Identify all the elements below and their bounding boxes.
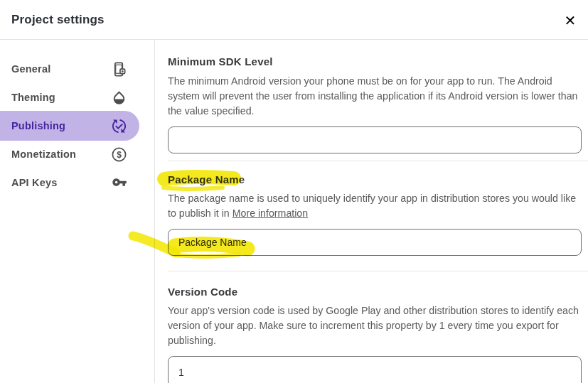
dialog-title: Project settings xyxy=(11,13,105,27)
droplet-icon xyxy=(111,90,127,106)
sidebar-item-api-keys[interactable]: API Keys xyxy=(0,168,139,197)
minimum-sdk-description: The minimum Android version your phone m… xyxy=(168,74,582,119)
settings-sidebar: General Theming Publishing Monetization xyxy=(0,40,155,383)
sidebar-item-theming[interactable]: Theming xyxy=(0,83,139,112)
package-name-description-text: The package name is used to uniquely ide… xyxy=(168,193,576,219)
section-divider xyxy=(168,161,588,161)
version-code-description: Your app's version code is used by Googl… xyxy=(168,303,582,348)
sidebar-item-monetization[interactable]: Monetization $ xyxy=(0,140,139,168)
project-settings-dialog: Project settings ✕ General Theming Publi… xyxy=(0,0,588,383)
package-name-description: The package name is used to uniquely ide… xyxy=(168,191,582,221)
sidebar-item-publishing[interactable]: Publishing xyxy=(0,111,139,141)
close-icon[interactable]: ✕ xyxy=(560,10,581,31)
sidebar-item-label: General xyxy=(11,63,50,75)
sidebar-item-label: Monetization xyxy=(11,149,76,160)
version-code-input[interactable] xyxy=(168,356,582,383)
dialog-header: Project settings ✕ xyxy=(0,0,588,40)
dollar-circle-icon: $ xyxy=(111,146,127,163)
package-name-heading: Package Name xyxy=(168,173,582,185)
minimum-sdk-heading: Minimum SDK Level xyxy=(168,55,582,68)
more-information-link[interactable]: More information xyxy=(232,207,308,219)
publishing-settings-panel: Minimum SDK Level The minimum Android ve… xyxy=(168,40,582,383)
sidebar-item-general[interactable]: General xyxy=(0,55,139,83)
section-divider xyxy=(168,271,588,271)
publish-sync-icon xyxy=(111,118,127,134)
sidebar-item-label: Publishing xyxy=(11,120,65,131)
package-name-input[interactable] xyxy=(168,229,582,256)
device-icon xyxy=(111,61,127,77)
sidebar-item-label: API Keys xyxy=(11,177,57,188)
svg-text:$: $ xyxy=(117,149,122,159)
sidebar-item-label: Theming xyxy=(11,92,55,103)
version-code-heading: Version Code xyxy=(168,286,582,298)
key-icon xyxy=(111,175,127,191)
minimum-sdk-input[interactable] xyxy=(168,126,582,153)
